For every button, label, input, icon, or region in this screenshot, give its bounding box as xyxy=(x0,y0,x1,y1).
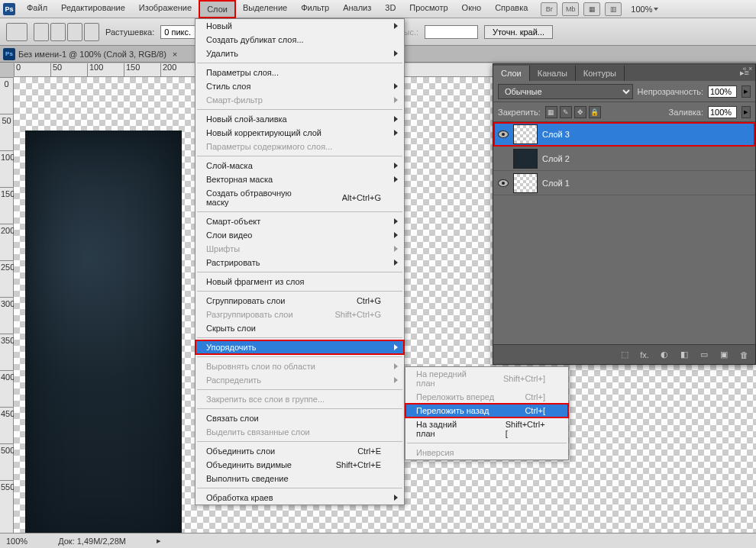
menu-выделение[interactable]: Выделение xyxy=(236,0,294,18)
menu-item[interactable]: Смарт-объект xyxy=(195,214,404,228)
close-doc-icon[interactable]: × xyxy=(173,50,177,59)
menu-item[interactable]: Удалить xyxy=(195,47,404,60)
menu-item: Распределить xyxy=(195,373,404,387)
panel-footer-icon[interactable]: ◐ xyxy=(657,349,671,361)
tab-paths[interactable]: Контуры xyxy=(576,66,625,81)
menu-item[interactable]: Стиль слоя xyxy=(195,79,404,93)
layers-menu-dropdown: НовыйСоздать дубликат слоя...УдалитьПара… xyxy=(195,18,405,505)
lock-transparency-icon[interactable]: ▦ xyxy=(545,106,557,118)
layers-panel: Слои Каналы Контуры ▸≡ Обычные Непрозрач… xyxy=(493,63,756,365)
screen-mode-icon[interactable]: ▦ xyxy=(583,2,600,16)
panel-footer-icon[interactable]: ▣ xyxy=(717,349,731,361)
ps-doc-icon: Ps xyxy=(3,48,15,60)
layer-thumbnail xyxy=(513,149,538,169)
menu-item[interactable]: Скрыть слои xyxy=(195,321,404,335)
tab-channels[interactable]: Каналы xyxy=(530,66,576,81)
status-zoom: 100% xyxy=(6,537,27,546)
menu-item[interactable]: Сгруппировать слоиCtrl+G xyxy=(195,294,404,308)
layer-row[interactable]: Слой 1 xyxy=(493,171,755,195)
status-bar: 100% Док: 1,49M/2,28M ▸ xyxy=(0,533,756,548)
lock-position-icon[interactable]: ✥ xyxy=(574,106,586,118)
panel-footer-icon[interactable]: ◧ xyxy=(677,349,691,361)
visibility-toggle[interactable] xyxy=(493,179,513,187)
menu-item: Смарт-фильтр xyxy=(195,93,404,107)
selection-mode-add[interactable] xyxy=(50,23,66,41)
menu-item[interactable]: Новый корректирующий слой xyxy=(195,126,404,140)
menu-item[interactable]: Слой-маска xyxy=(195,159,404,172)
menu-слои[interactable]: Слои xyxy=(199,0,236,18)
lock-pixels-icon[interactable]: ✎ xyxy=(560,106,572,118)
layer-row[interactable]: Слой 3 xyxy=(493,122,755,147)
fill-label: Заливка: xyxy=(669,108,703,117)
menu-item[interactable]: Объединить видимыеShift+Ctrl+E xyxy=(195,458,404,472)
layer-name: Слой 1 xyxy=(542,179,570,188)
menu-item[interactable]: На задний планShift+Ctrl+[ xyxy=(405,417,568,440)
menu-item: Инверсия xyxy=(405,446,568,459)
menu-справка[interactable]: Справка xyxy=(488,0,535,18)
menu-item: Закрепить все слои в группе... xyxy=(195,392,404,406)
layer-name: Слой 3 xyxy=(542,130,570,139)
panel-footer-icon[interactable]: ⬚ xyxy=(618,349,632,361)
menu-item[interactable]: Объединить слоиCtrl+E xyxy=(195,444,404,458)
menu-item[interactable]: Новый xyxy=(195,19,404,33)
menu-фильтр[interactable]: Фильтр xyxy=(294,0,336,18)
view-extras-icon[interactable]: ▥ xyxy=(605,2,622,16)
menu-изображение[interactable]: Изображение xyxy=(132,0,199,18)
visibility-toggle[interactable] xyxy=(493,131,513,138)
feather-label: Растушевка: xyxy=(105,27,154,37)
panel-collapse-icon[interactable]: « × xyxy=(741,65,754,73)
current-tool-icon[interactable] xyxy=(6,23,27,41)
blend-mode-select[interactable]: Обычные xyxy=(498,84,633,99)
menu-файл[interactable]: Файл xyxy=(20,0,54,18)
lock-label: Закрепить: xyxy=(498,108,541,117)
fill-input[interactable] xyxy=(708,106,737,118)
tab-layers[interactable]: Слои xyxy=(493,66,530,81)
menu-item[interactable]: Создать обтравочную маскуAlt+Ctrl+G xyxy=(195,186,404,209)
menu-item: Параметры содержимого слоя... xyxy=(195,140,404,153)
panel-tabs: Слои Каналы Контуры ▸≡ xyxy=(493,64,755,81)
status-doc-size: Док: 1,49M/2,28M xyxy=(58,537,126,546)
status-arrow-icon[interactable]: ▸ xyxy=(157,536,161,546)
panel-footer-icon[interactable]: ▭ xyxy=(697,349,711,361)
menu-просмотр[interactable]: Просмотр xyxy=(402,0,454,18)
opacity-slider-icon[interactable]: ▸ xyxy=(741,85,751,98)
arrange-submenu: На передний планShift+Ctrl+]Переложить в… xyxy=(405,366,569,460)
panel-footer-icon[interactable]: 🗑 xyxy=(737,349,751,361)
menu-item[interactable]: Упорядочить xyxy=(195,340,404,354)
panel-footer-icon[interactable]: fx. xyxy=(638,349,651,361)
menu-item[interactable]: Растрировать xyxy=(195,256,404,269)
opacity-label: Непрозрачность: xyxy=(638,87,703,96)
fill-slider-icon[interactable]: ▸ xyxy=(741,106,751,118)
refine-edge-button[interactable]: Уточн. край... xyxy=(484,25,553,39)
zoom-level[interactable]: 100% xyxy=(631,5,658,14)
layer-row[interactable]: Слой 2 xyxy=(493,147,755,171)
menu-item[interactable]: Связать слои xyxy=(195,411,404,425)
selection-mode-new[interactable] xyxy=(34,23,49,41)
layer-name: Слой 2 xyxy=(542,154,570,163)
menu-item[interactable]: Векторная маска xyxy=(195,172,404,186)
lock-all-icon[interactable]: 🔒 xyxy=(589,106,601,118)
menu-3d[interactable]: 3D xyxy=(378,0,402,18)
menu-окно[interactable]: Окно xyxy=(455,0,489,18)
menu-item: Шрифты xyxy=(195,242,404,256)
menu-item[interactable]: Выполнить сведение xyxy=(195,472,404,485)
menu-анализ[interactable]: Анализ xyxy=(336,0,378,18)
menu-item[interactable]: Параметры слоя... xyxy=(195,66,404,79)
selection-mode-intersect[interactable] xyxy=(84,23,99,41)
menu-item[interactable]: Создать дубликат слоя... xyxy=(195,33,404,47)
layer-thumbnail xyxy=(513,173,538,193)
menu-item[interactable]: Слои видео xyxy=(195,228,404,242)
menu-item[interactable]: Новый слой-заливка xyxy=(195,112,404,126)
layer-thumbnail xyxy=(513,124,538,144)
mini-bridge-icon[interactable]: Mb xyxy=(562,2,579,16)
menu-item[interactable]: Новый фрагмент из слоя xyxy=(195,275,404,289)
menu-item[interactable]: Обработка краев xyxy=(195,491,404,504)
bridge-icon[interactable]: Br xyxy=(541,2,557,16)
height-input xyxy=(425,25,478,39)
main-menubar: Ps ФайлРедактированиеИзображениеСлоиВыде… xyxy=(0,0,756,18)
menu-редактирование[interactable]: Редактирование xyxy=(54,0,132,18)
menu-item[interactable]: Переложить назадCtrl+[ xyxy=(405,404,568,417)
opacity-input[interactable] xyxy=(708,85,737,98)
menu-item: На передний планShift+Ctrl+] xyxy=(405,367,568,390)
selection-mode-sub[interactable] xyxy=(67,23,82,41)
